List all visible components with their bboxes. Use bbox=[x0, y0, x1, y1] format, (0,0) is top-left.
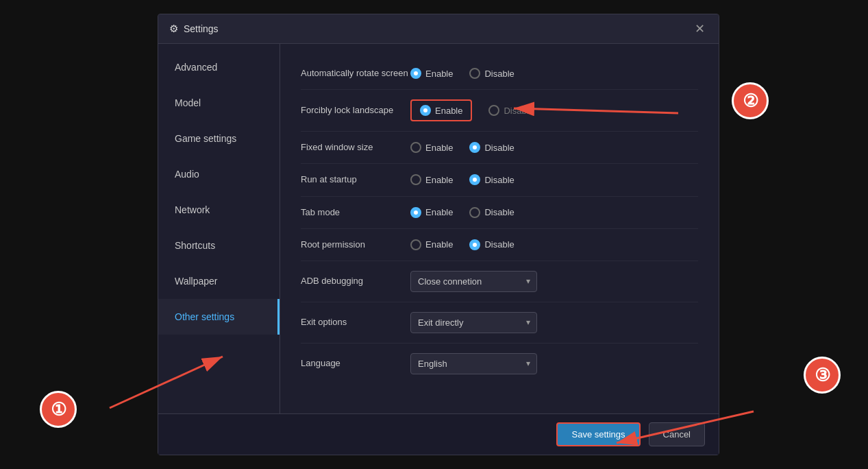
overlay: ① ② ③ bbox=[0, 0, 868, 469]
annotation-circle-2: ② bbox=[732, 82, 769, 119]
arrow-3-svg bbox=[0, 0, 868, 469]
annotation-circle-1: ① bbox=[40, 391, 77, 428]
annotation-circle-3: ③ bbox=[804, 357, 841, 394]
svg-line-5 bbox=[617, 411, 754, 443]
